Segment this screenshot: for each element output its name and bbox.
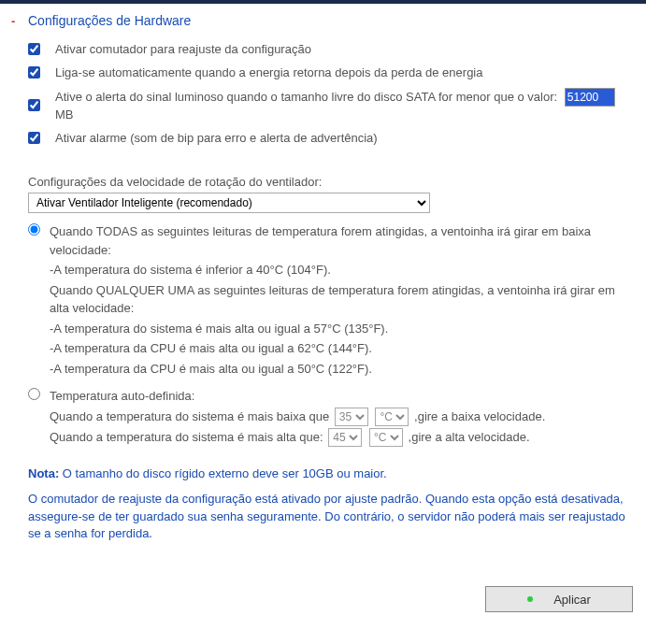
fan-custom-high-after: ,gire a alta velocidade. — [409, 430, 530, 444]
reset-switch-label: Ativar comutador para reajuste da config… — [55, 41, 637, 59]
option-buzzer: Ativar alarme (som de bip para erro e al… — [28, 130, 637, 148]
fan-smart-low-1: -A temperatura do sistema é inferior a 4… — [50, 261, 637, 279]
fan-smart-body: Quando TODAS as seguintes leituras de te… — [50, 221, 637, 379]
collapse-toggle-icon[interactable]: - — [11, 14, 28, 28]
note-label: Nota: — [28, 466, 59, 480]
fan-custom-low-line: Quando a temperatura do sistema é mais b… — [50, 408, 637, 426]
fan-smart-radio[interactable] — [28, 223, 40, 236]
sata-alert-text-before: Ative o alerta do sinal luminoso quando … — [55, 90, 557, 104]
auto-power-checkbox[interactable] — [28, 66, 40, 79]
fan-smart-row: Quando TODAS as seguintes leituras de te… — [28, 221, 637, 379]
note-block: Nota: O tamanho do disco rígido externo … — [9, 465, 637, 543]
fan-smart-high-1: -A temperatura do sistema é mais alta ou… — [50, 320, 637, 338]
fan-custom-high-before: Quando a temperatura do sistema é mais a… — [50, 430, 323, 444]
footer: Aplicar — [0, 543, 646, 625]
buzzer-checkbox[interactable] — [28, 132, 40, 144]
fan-custom-high-temp-select[interactable]: 45 — [328, 428, 362, 447]
fan-custom-title: Temperatura auto-definida: — [50, 387, 637, 406]
fan-smart-high-2: -A temperatura da CPU é mais alta ou igu… — [50, 339, 637, 358]
section-title: Configurações de Hardware — [28, 13, 191, 28]
fan-custom-radio[interactable] — [28, 388, 40, 400]
note-text-2: O comutador de reajuste da configuração … — [28, 491, 637, 544]
fan-custom-body: Temperatura auto-definida: Quando a temp… — [50, 385, 637, 449]
reset-switch-checkbox[interactable] — [28, 43, 40, 55]
hardware-settings-section: - Configurações de Hardware Ativar comut… — [0, 4, 646, 543]
fan-custom-low-after: ,gire a baixa velocidade. — [414, 409, 545, 423]
apply-button-label: Aplicar — [553, 593, 591, 607]
section-header[interactable]: - Configurações de Hardware — [9, 13, 637, 28]
fan-smart-intro: Quando TODAS as seguintes leituras de te… — [50, 222, 637, 259]
hardware-options-list: Ativar comutador para reajuste da config… — [9, 41, 637, 147]
note-text-1: O tamanho do disco rígido externo deve s… — [63, 466, 387, 480]
status-dot-icon — [527, 596, 533, 602]
fan-smart-high-3: -A temperatura da CPU é mais alta ou igu… — [50, 360, 637, 379]
fan-settings-label: Configurações da velocidade de rotação d… — [28, 175, 637, 189]
option-reset-switch: Ativar comutador para reajuste da config… — [28, 41, 637, 59]
fan-smart-high-intro: Quando QUALQUER UMA as seguintes leitura… — [50, 281, 637, 318]
fan-custom-low-unit-select[interactable]: °C — [375, 408, 409, 426]
option-sata-alert: Ative o alerta do sinal luminoso quando … — [28, 88, 637, 124]
option-auto-power: Liga-se automaticamente quando a energia… — [28, 64, 637, 82]
sata-threshold-input[interactable] — [565, 88, 615, 107]
sata-alert-label: Ative o alerta do sinal luminoso quando … — [55, 88, 637, 124]
sata-alert-unit: MB — [55, 107, 74, 122]
buzzer-label: Ativar alarme (som de bip para erro e al… — [55, 130, 637, 148]
fan-settings: Configurações da velocidade de rotação d… — [9, 175, 637, 449]
fan-custom-row: Temperatura auto-definida: Quando a temp… — [28, 385, 637, 449]
apply-button[interactable]: Aplicar — [485, 586, 633, 612]
fan-mode-select[interactable]: Ativar Ventilador Inteligente (recomenda… — [28, 193, 430, 213]
fan-custom-low-before: Quando a temperatura do sistema é mais b… — [50, 409, 329, 423]
fan-custom-low-temp-select[interactable]: 35 — [335, 408, 368, 426]
fan-custom-high-unit-select[interactable]: °C — [369, 428, 403, 447]
fan-custom-high-line: Quando a temperatura do sistema é mais a… — [50, 428, 637, 447]
auto-power-label: Liga-se automaticamente quando a energia… — [55, 64, 637, 82]
sata-alert-checkbox[interactable] — [28, 99, 40, 111]
